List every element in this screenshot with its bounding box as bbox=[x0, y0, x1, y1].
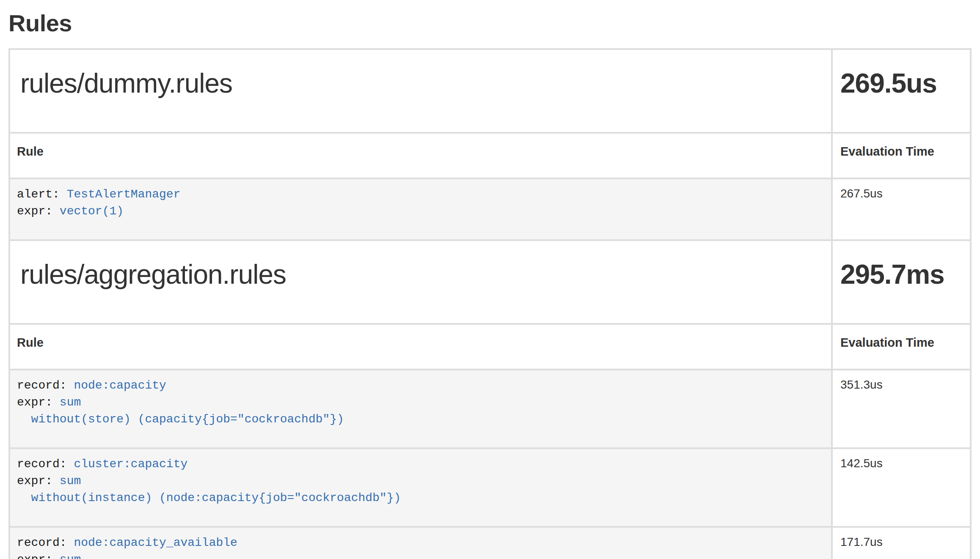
rule-code: record: node:capacity expr: sum without(… bbox=[17, 377, 824, 428]
rule-group-file: rules/dummy.rules bbox=[20, 69, 824, 98]
rule-keyword-expr: expr: bbox=[17, 474, 60, 488]
rule-group-eval-time-cell: 295.7ms bbox=[832, 240, 971, 324]
rule-group-eval-time-cell: 269.5us bbox=[832, 49, 971, 133]
rule-group-eval-time: 269.5us bbox=[840, 69, 963, 98]
record-name-link[interactable]: cluster:capacity bbox=[74, 458, 187, 471]
rule-eval-time: 142.5us bbox=[832, 448, 971, 527]
rule-keyword-expr: expr: bbox=[17, 205, 60, 218]
rule-code-cell: record: node:capacity_available expr: su… bbox=[9, 527, 832, 559]
rule-keyword-record: record: bbox=[17, 536, 74, 549]
rule-code: alert: TestAlertManager expr: vector(1) bbox=[17, 186, 824, 220]
rule-group-file: rules/aggregation.rules bbox=[20, 260, 824, 289]
expr-link[interactable]: sum without(store) (capacity{job="cockro… bbox=[17, 396, 344, 426]
rules-table: rules/dummy.rules 269.5us Rule Evaluatio… bbox=[8, 48, 972, 559]
expr-link[interactable]: sum without(instance) (node:capacity{job… bbox=[17, 474, 401, 504]
rule-eval-time: 267.5us bbox=[832, 178, 971, 240]
rule-group-file-cell: rules/dummy.rules bbox=[9, 49, 832, 133]
rule-keyword-record: record: bbox=[17, 458, 74, 471]
column-header-row: Rule Evaluation Time bbox=[9, 324, 971, 370]
rule-group-header-row: rules/dummy.rules 269.5us bbox=[9, 49, 971, 133]
rule-group-eval-time: 295.7ms bbox=[840, 260, 963, 289]
rule-eval-time: 351.3us bbox=[832, 370, 971, 448]
record-name-link[interactable]: node:capacity_available bbox=[74, 536, 237, 549]
column-header-row: Rule Evaluation Time bbox=[9, 133, 971, 178]
rule-eval-time: 171.7us bbox=[832, 527, 971, 559]
rules-page: Rules rules/dummy.rules 269.5us Rule Eva… bbox=[0, 0, 980, 559]
rule-keyword-expr: expr: bbox=[17, 553, 60, 559]
alert-name-link[interactable]: TestAlertManager bbox=[67, 188, 181, 201]
rule-group-header-row: rules/aggregation.rules 295.7ms bbox=[9, 240, 971, 324]
rule-row: alert: TestAlertManager expr: vector(1) … bbox=[9, 178, 971, 240]
rule-code: record: node:capacity_available expr: su… bbox=[17, 534, 824, 559]
expr-link[interactable]: vector(1) bbox=[60, 205, 124, 218]
rule-group-file-cell: rules/aggregation.rules bbox=[9, 240, 832, 324]
rule-keyword-alert: alert: bbox=[17, 188, 67, 201]
rule-column-header: Rule bbox=[9, 133, 832, 178]
rule-column-header: Rule bbox=[9, 324, 832, 370]
rule-row: record: cluster:capacity expr: sum witho… bbox=[9, 448, 971, 527]
rule-code-cell: alert: TestAlertManager expr: vector(1) bbox=[9, 178, 832, 240]
rule-row: record: node:capacity expr: sum without(… bbox=[9, 370, 971, 448]
evaluation-time-column-header: Evaluation Time bbox=[832, 324, 971, 370]
rule-row: record: node:capacity_available expr: su… bbox=[9, 527, 971, 559]
evaluation-time-column-header: Evaluation Time bbox=[832, 133, 971, 178]
rule-code-cell: record: node:capacity expr: sum without(… bbox=[9, 370, 832, 448]
rule-keyword-expr: expr: bbox=[17, 396, 60, 409]
rule-code: record: cluster:capacity expr: sum witho… bbox=[17, 456, 824, 507]
page-title: Rules bbox=[8, 10, 980, 36]
rule-keyword-record: record: bbox=[17, 379, 74, 392]
rule-code-cell: record: cluster:capacity expr: sum witho… bbox=[9, 448, 832, 527]
expr-link[interactable]: sum without(store) (capacity_available{j… bbox=[17, 553, 415, 559]
record-name-link[interactable]: node:capacity bbox=[74, 379, 166, 392]
